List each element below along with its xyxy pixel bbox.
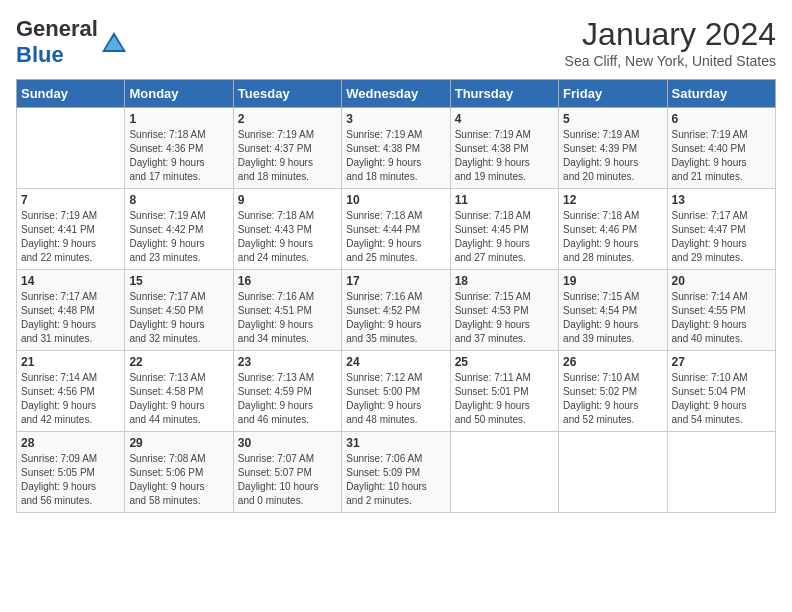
day-number: 16 (238, 274, 337, 288)
day-info: Sunrise: 7:18 AM Sunset: 4:46 PM Dayligh… (563, 209, 662, 265)
calendar-cell: 9Sunrise: 7:18 AM Sunset: 4:43 PM Daylig… (233, 189, 341, 270)
calendar-cell: 27Sunrise: 7:10 AM Sunset: 5:04 PM Dayli… (667, 351, 775, 432)
day-info: Sunrise: 7:17 AM Sunset: 4:48 PM Dayligh… (21, 290, 120, 346)
day-info: Sunrise: 7:19 AM Sunset: 4:38 PM Dayligh… (455, 128, 554, 184)
logo-text: GeneralBlue (16, 16, 128, 68)
day-info: Sunrise: 7:19 AM Sunset: 4:41 PM Dayligh… (21, 209, 120, 265)
day-info: Sunrise: 7:09 AM Sunset: 5:05 PM Dayligh… (21, 452, 120, 508)
day-info: Sunrise: 7:16 AM Sunset: 4:52 PM Dayligh… (346, 290, 445, 346)
calendar-cell: 10Sunrise: 7:18 AM Sunset: 4:44 PM Dayli… (342, 189, 450, 270)
calendar-cell: 26Sunrise: 7:10 AM Sunset: 5:02 PM Dayli… (559, 351, 667, 432)
day-number: 12 (563, 193, 662, 207)
day-info: Sunrise: 7:19 AM Sunset: 4:37 PM Dayligh… (238, 128, 337, 184)
day-info: Sunrise: 7:06 AM Sunset: 5:09 PM Dayligh… (346, 452, 445, 508)
day-number: 24 (346, 355, 445, 369)
calendar-cell: 5Sunrise: 7:19 AM Sunset: 4:39 PM Daylig… (559, 108, 667, 189)
day-number: 13 (672, 193, 771, 207)
day-info: Sunrise: 7:13 AM Sunset: 4:58 PM Dayligh… (129, 371, 228, 427)
calendar-week-row: 28Sunrise: 7:09 AM Sunset: 5:05 PM Dayli… (17, 432, 776, 513)
calendar-cell: 25Sunrise: 7:11 AM Sunset: 5:01 PM Dayli… (450, 351, 558, 432)
day-number: 25 (455, 355, 554, 369)
calendar-cell: 23Sunrise: 7:13 AM Sunset: 4:59 PM Dayli… (233, 351, 341, 432)
weekday-header: Thursday (450, 80, 558, 108)
weekday-header: Saturday (667, 80, 775, 108)
calendar-cell: 11Sunrise: 7:18 AM Sunset: 4:45 PM Dayli… (450, 189, 558, 270)
day-number: 10 (346, 193, 445, 207)
day-number: 7 (21, 193, 120, 207)
title-block: January 2024 Sea Cliff, New York, United… (565, 16, 776, 69)
calendar-cell: 13Sunrise: 7:17 AM Sunset: 4:47 PM Dayli… (667, 189, 775, 270)
day-info: Sunrise: 7:07 AM Sunset: 5:07 PM Dayligh… (238, 452, 337, 508)
calendar-cell (450, 432, 558, 513)
day-info: Sunrise: 7:19 AM Sunset: 4:38 PM Dayligh… (346, 128, 445, 184)
day-number: 17 (346, 274, 445, 288)
calendar-cell: 2Sunrise: 7:19 AM Sunset: 4:37 PM Daylig… (233, 108, 341, 189)
month-title: January 2024 (565, 16, 776, 53)
day-number: 2 (238, 112, 337, 126)
calendar-container: GeneralBlue January 2024 Sea Cliff, New … (0, 0, 792, 521)
weekday-header: Sunday (17, 80, 125, 108)
day-number: 9 (238, 193, 337, 207)
calendar-cell: 21Sunrise: 7:14 AM Sunset: 4:56 PM Dayli… (17, 351, 125, 432)
calendar-cell: 22Sunrise: 7:13 AM Sunset: 4:58 PM Dayli… (125, 351, 233, 432)
day-info: Sunrise: 7:13 AM Sunset: 4:59 PM Dayligh… (238, 371, 337, 427)
day-info: Sunrise: 7:17 AM Sunset: 4:47 PM Dayligh… (672, 209, 771, 265)
day-info: Sunrise: 7:12 AM Sunset: 5:00 PM Dayligh… (346, 371, 445, 427)
calendar-cell: 19Sunrise: 7:15 AM Sunset: 4:54 PM Dayli… (559, 270, 667, 351)
day-number: 6 (672, 112, 771, 126)
day-info: Sunrise: 7:10 AM Sunset: 5:04 PM Dayligh… (672, 371, 771, 427)
calendar-cell: 28Sunrise: 7:09 AM Sunset: 5:05 PM Dayli… (17, 432, 125, 513)
calendar-cell: 14Sunrise: 7:17 AM Sunset: 4:48 PM Dayli… (17, 270, 125, 351)
day-info: Sunrise: 7:14 AM Sunset: 4:56 PM Dayligh… (21, 371, 120, 427)
day-info: Sunrise: 7:18 AM Sunset: 4:43 PM Dayligh… (238, 209, 337, 265)
calendar-cell: 20Sunrise: 7:14 AM Sunset: 4:55 PM Dayli… (667, 270, 775, 351)
day-number: 19 (563, 274, 662, 288)
day-info: Sunrise: 7:15 AM Sunset: 4:53 PM Dayligh… (455, 290, 554, 346)
day-number: 3 (346, 112, 445, 126)
calendar-cell: 12Sunrise: 7:18 AM Sunset: 4:46 PM Dayli… (559, 189, 667, 270)
day-info: Sunrise: 7:19 AM Sunset: 4:39 PM Dayligh… (563, 128, 662, 184)
calendar-cell (559, 432, 667, 513)
calendar-cell: 3Sunrise: 7:19 AM Sunset: 4:38 PM Daylig… (342, 108, 450, 189)
day-number: 8 (129, 193, 228, 207)
calendar-cell: 31Sunrise: 7:06 AM Sunset: 5:09 PM Dayli… (342, 432, 450, 513)
day-info: Sunrise: 7:14 AM Sunset: 4:55 PM Dayligh… (672, 290, 771, 346)
day-number: 23 (238, 355, 337, 369)
calendar-week-row: 21Sunrise: 7:14 AM Sunset: 4:56 PM Dayli… (17, 351, 776, 432)
day-number: 21 (21, 355, 120, 369)
day-info: Sunrise: 7:10 AM Sunset: 5:02 PM Dayligh… (563, 371, 662, 427)
weekday-header: Monday (125, 80, 233, 108)
calendar-week-row: 7Sunrise: 7:19 AM Sunset: 4:41 PM Daylig… (17, 189, 776, 270)
weekday-header: Wednesday (342, 80, 450, 108)
day-number: 15 (129, 274, 228, 288)
header: GeneralBlue January 2024 Sea Cliff, New … (16, 16, 776, 69)
calendar-cell (667, 432, 775, 513)
calendar-cell: 29Sunrise: 7:08 AM Sunset: 5:06 PM Dayli… (125, 432, 233, 513)
calendar-cell (17, 108, 125, 189)
day-info: Sunrise: 7:19 AM Sunset: 4:40 PM Dayligh… (672, 128, 771, 184)
day-number: 14 (21, 274, 120, 288)
day-info: Sunrise: 7:08 AM Sunset: 5:06 PM Dayligh… (129, 452, 228, 508)
day-info: Sunrise: 7:18 AM Sunset: 4:44 PM Dayligh… (346, 209, 445, 265)
location-subtitle: Sea Cliff, New York, United States (565, 53, 776, 69)
calendar-cell: 30Sunrise: 7:07 AM Sunset: 5:07 PM Dayli… (233, 432, 341, 513)
day-number: 29 (129, 436, 228, 450)
calendar-cell: 1Sunrise: 7:18 AM Sunset: 4:36 PM Daylig… (125, 108, 233, 189)
day-info: Sunrise: 7:18 AM Sunset: 4:45 PM Dayligh… (455, 209, 554, 265)
day-number: 30 (238, 436, 337, 450)
weekday-header: Friday (559, 80, 667, 108)
day-number: 1 (129, 112, 228, 126)
day-number: 22 (129, 355, 228, 369)
day-number: 26 (563, 355, 662, 369)
day-info: Sunrise: 7:11 AM Sunset: 5:01 PM Dayligh… (455, 371, 554, 427)
day-number: 4 (455, 112, 554, 126)
day-number: 20 (672, 274, 771, 288)
day-info: Sunrise: 7:16 AM Sunset: 4:51 PM Dayligh… (238, 290, 337, 346)
weekday-header: Tuesday (233, 80, 341, 108)
calendar-table: SundayMondayTuesdayWednesdayThursdayFrid… (16, 79, 776, 513)
calendar-cell: 4Sunrise: 7:19 AM Sunset: 4:38 PM Daylig… (450, 108, 558, 189)
weekday-header-row: SundayMondayTuesdayWednesdayThursdayFrid… (17, 80, 776, 108)
calendar-cell: 24Sunrise: 7:12 AM Sunset: 5:00 PM Dayli… (342, 351, 450, 432)
day-number: 27 (672, 355, 771, 369)
calendar-cell: 7Sunrise: 7:19 AM Sunset: 4:41 PM Daylig… (17, 189, 125, 270)
